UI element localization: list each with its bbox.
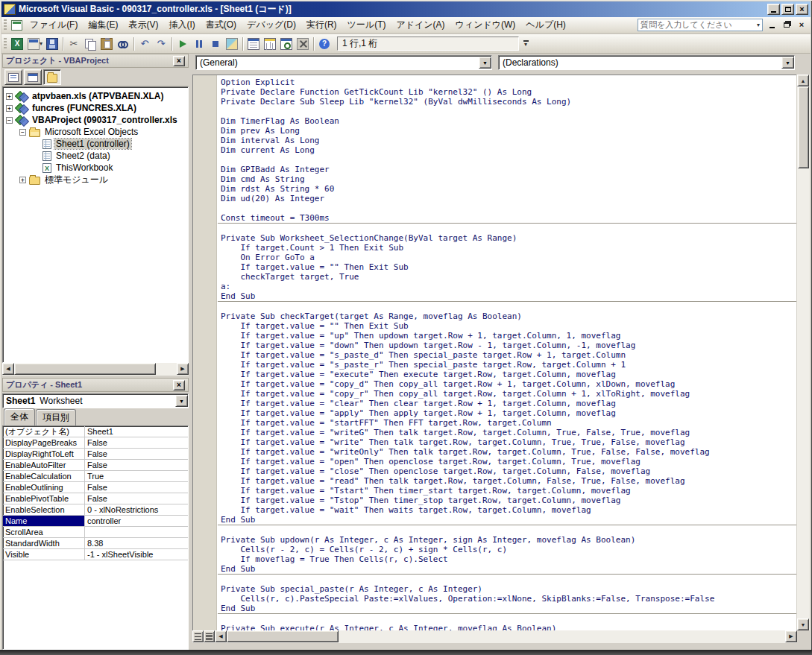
procedure-combo[interactable]: (Declarations) ▼ bbox=[498, 55, 795, 70]
menu-addins[interactable]: アドイン(A) bbox=[391, 16, 450, 34]
code-editor[interactable]: Option ExplicitPrivate Declare Function … bbox=[192, 75, 796, 630]
toolbox-button[interactable] bbox=[295, 36, 311, 52]
project-explorer-button[interactable] bbox=[245, 36, 262, 52]
toggle-folders-button[interactable] bbox=[43, 69, 61, 85]
properties-window-button[interactable] bbox=[262, 36, 278, 52]
cut-button[interactable] bbox=[66, 36, 82, 52]
property-value[interactable]: False bbox=[85, 482, 188, 493]
redo-button[interactable] bbox=[153, 36, 169, 52]
run-button[interactable] bbox=[174, 36, 191, 52]
mdi-child-icon[interactable] bbox=[11, 20, 22, 31]
collapse-icon[interactable]: − bbox=[19, 129, 26, 136]
save-button[interactable] bbox=[44, 36, 60, 52]
find-button[interactable] bbox=[115, 36, 131, 52]
insert-userform-button[interactable] bbox=[25, 36, 42, 52]
property-row-enablecalculation[interactable]: EnableCalculationTrue bbox=[3, 471, 188, 482]
chevron-down-icon[interactable]: ▼ bbox=[781, 57, 794, 69]
break-button[interactable] bbox=[191, 36, 207, 52]
project-explorer-close-button[interactable]: × bbox=[173, 56, 185, 66]
property-value[interactable]: 8.38 bbox=[85, 538, 188, 548]
property-value[interactable]: -1 - xlSheetVisible bbox=[85, 549, 188, 560]
scroll-up-icon[interactable]: ▲ bbox=[797, 75, 809, 86]
tree-item-sheet1-controller[interactable]: Sheet1 (controller) bbox=[3, 138, 188, 150]
child-close-button[interactable]: × bbox=[796, 19, 808, 31]
vscroll-thumb[interactable] bbox=[798, 86, 809, 168]
properties-caption[interactable]: プロパティ - Sheet1 × bbox=[2, 378, 189, 392]
menu-tools[interactable]: ツール(T) bbox=[342, 16, 391, 34]
property-row-enableoutlining[interactable]: EnableOutliningFalse bbox=[3, 482, 188, 493]
property-row-displayrighttoleft[interactable]: DisplayRightToLeftFalse bbox=[3, 449, 188, 460]
menu-drag-handle[interactable] bbox=[4, 19, 7, 31]
help-button[interactable] bbox=[316, 36, 333, 52]
property-value[interactable]: Sheet1 bbox=[85, 426, 188, 437]
project-tree-hscrollbar[interactable]: ◀ ▶ bbox=[2, 363, 189, 376]
hscroll-track[interactable] bbox=[156, 363, 177, 376]
menu-edit[interactable]: 編集(E) bbox=[83, 16, 123, 34]
property-value[interactable]: False bbox=[85, 460, 188, 470]
child-restore-button[interactable] bbox=[781, 19, 793, 31]
object-combo[interactable]: (General) ▼ bbox=[195, 55, 492, 70]
menu-file[interactable]: ファイル(F) bbox=[25, 16, 83, 34]
menu-help[interactable]: ヘルプ(H) bbox=[520, 16, 571, 34]
property-value[interactable]: True bbox=[85, 471, 188, 481]
scroll-right-icon[interactable]: ▶ bbox=[785, 630, 797, 642]
tab-categorized[interactable]: 項目別 bbox=[36, 409, 76, 425]
property-row-name[interactable]: Namecontroller bbox=[3, 516, 188, 527]
chevron-down-icon[interactable]: ▼ bbox=[175, 395, 188, 407]
design-mode-button[interactable] bbox=[224, 36, 240, 52]
property-row-enableselection[interactable]: EnableSelection0 - xlNoRestrictions bbox=[3, 504, 188, 516]
scroll-left-icon[interactable]: ◀ bbox=[2, 363, 14, 375]
copy-button[interactable] bbox=[82, 36, 98, 52]
paste-button[interactable] bbox=[98, 36, 115, 52]
question-input[interactable]: 質問を入力してください ▾ bbox=[638, 19, 763, 31]
property-value[interactable]: 0 - xlNoRestrictions bbox=[85, 504, 188, 515]
vscroll-track[interactable] bbox=[797, 168, 810, 618]
tree-item-project-funcres[interactable]: +funcres (FUNCRES.XLA) bbox=[3, 102, 188, 114]
view-object-button[interactable] bbox=[24, 69, 42, 85]
collapse-icon[interactable]: − bbox=[6, 117, 13, 124]
tree-item-folder-excel-objects[interactable]: −Microsoft Excel Objects bbox=[3, 126, 188, 138]
tree-item-project-atpvbaen[interactable]: +atpvbaen.xls (ATPVBAEN.XLA) bbox=[3, 90, 188, 102]
tree-item-project-vbaproject[interactable]: −VBAProject (090317_controller.xls bbox=[3, 114, 188, 126]
expand-icon[interactable]: + bbox=[19, 177, 26, 183]
property-value[interactable] bbox=[85, 527, 188, 537]
expand-icon[interactable]: + bbox=[6, 93, 13, 100]
toolbar-options-button[interactable]: ▾ bbox=[520, 37, 531, 51]
procedure-view-button[interactable] bbox=[192, 630, 204, 642]
tab-alphabetic[interactable]: 全体 bbox=[4, 408, 35, 426]
chevron-down-icon[interactable]: ▾ bbox=[757, 22, 760, 28]
menu-view[interactable]: 表示(V) bbox=[123, 16, 163, 34]
minimize-button[interactable] bbox=[767, 4, 780, 15]
view-code-button[interactable] bbox=[4, 69, 22, 85]
menu-debug[interactable]: デバッグ(D) bbox=[242, 16, 301, 34]
expand-icon[interactable]: + bbox=[6, 105, 13, 112]
object-browser-button[interactable] bbox=[278, 36, 295, 52]
property-value[interactable]: False bbox=[85, 449, 188, 459]
menu-run[interactable]: 実行(R) bbox=[301, 16, 342, 34]
property-row-enableautofilter[interactable]: EnableAutoFilterFalse bbox=[3, 460, 188, 471]
tree-item-thisworkbook[interactable]: ThisWorkbook bbox=[3, 162, 188, 174]
undo-button[interactable] bbox=[136, 36, 153, 52]
toolbar-drag-handle[interactable] bbox=[4, 38, 7, 50]
margin-indicator-bar[interactable] bbox=[193, 75, 217, 630]
scroll-down-icon[interactable]: ▼ bbox=[797, 618, 809, 630]
object-selector-combo[interactable]: Sheet1 Worksheet ▼ bbox=[2, 393, 189, 408]
property-value[interactable]: False bbox=[85, 437, 188, 448]
menu-insert[interactable]: 挿入(I) bbox=[163, 16, 200, 34]
hscroll-thumb[interactable] bbox=[227, 630, 339, 642]
property-row-visible[interactable]: Visible-1 - xlSheetVisible bbox=[3, 549, 188, 560]
code-vscrollbar[interactable]: ▲ ▼ bbox=[797, 75, 810, 630]
close-button[interactable]: × bbox=[796, 4, 808, 15]
scroll-left-icon[interactable]: ◀ bbox=[215, 630, 227, 642]
property-row-scrollarea[interactable]: ScrollArea bbox=[3, 527, 188, 538]
tree-item-sheet2-data[interactable]: Sheet2 (data) bbox=[3, 150, 188, 162]
child-minimize-button[interactable] bbox=[766, 19, 778, 31]
property-row-enablepivottable[interactable]: EnablePivotTableFalse bbox=[3, 493, 188, 504]
title-bar[interactable]: Microsoft Visual Basic - 090317_controll… bbox=[1, 1, 811, 17]
scroll-right-icon[interactable]: ▶ bbox=[177, 363, 189, 375]
chevron-down-icon[interactable]: ▾ bbox=[40, 40, 43, 47]
property-row-displaypagebreaks[interactable]: DisplayPageBreaksFalse bbox=[3, 437, 188, 449]
properties-close-button[interactable]: × bbox=[173, 380, 185, 390]
maximize-button[interactable] bbox=[781, 4, 794, 15]
tree-item-folder-standard-modules[interactable]: +標準モジュール bbox=[3, 174, 188, 186]
